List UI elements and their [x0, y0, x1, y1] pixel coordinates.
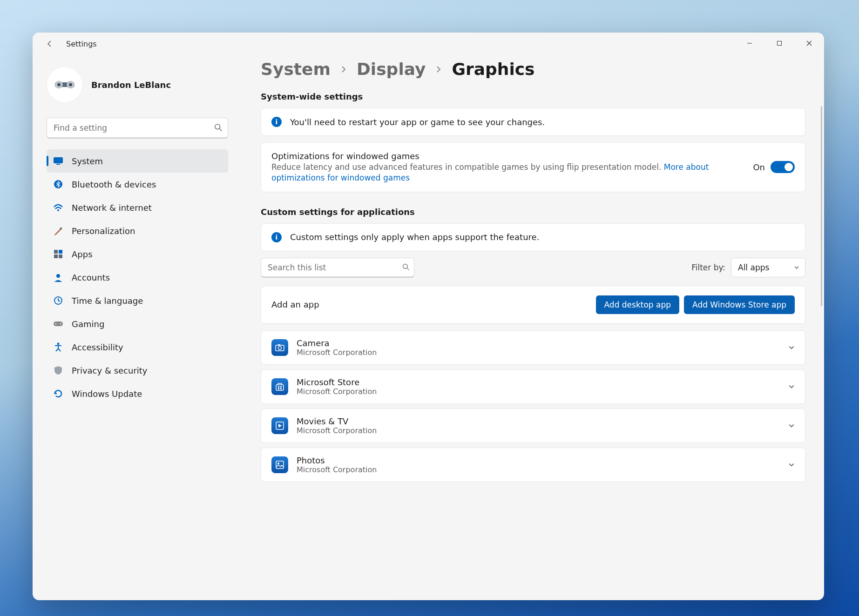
- maximize-button[interactable]: [764, 33, 794, 54]
- sidebar-item-label: Personalization: [72, 226, 135, 236]
- filter-selected: All apps: [738, 263, 769, 272]
- optimization-title: Optimizations for windowed games: [271, 151, 744, 161]
- sidebar-item-label: Windows Update: [72, 389, 142, 399]
- apps-icon: [53, 249, 63, 259]
- sidebar-item-label: Accessibility: [72, 342, 123, 352]
- find-setting-input[interactable]: [47, 118, 228, 138]
- scrollbar[interactable]: [821, 106, 822, 306]
- info-icon: i: [271, 232, 282, 242]
- svg-point-27: [278, 346, 282, 349]
- system-wide-label: System-wide settings: [261, 92, 805, 101]
- sidebar-item-privacy[interactable]: Privacy & security: [47, 359, 228, 382]
- svg-rect-1: [778, 41, 782, 46]
- add-app-card: Add an app Add desktop app Add Windows S…: [261, 286, 805, 324]
- breadcrumb-system[interactable]: System: [261, 60, 331, 79]
- app-row-photos[interactable]: Photos Microsoft Corporation: [261, 448, 805, 482]
- svg-point-7: [215, 124, 220, 129]
- svg-point-21: [55, 323, 56, 324]
- filter-dropdown[interactable]: All apps: [731, 258, 805, 277]
- shield-icon: [53, 365, 63, 375]
- app-publisher: Microsoft Corporation: [297, 348, 780, 357]
- filter-row: Filter by: All apps: [261, 258, 805, 277]
- sidebar-item-bluetooth[interactable]: Bluetooth & devices: [47, 173, 228, 196]
- svg-line-8: [220, 129, 222, 131]
- svg-rect-30: [278, 386, 279, 388]
- sidebar-item-apps[interactable]: Apps: [47, 242, 228, 266]
- svg-rect-14: [54, 250, 58, 254]
- sidebar-item-time-language[interactable]: Time & language: [47, 289, 228, 312]
- close-button[interactable]: [794, 33, 824, 54]
- movies-app-icon: [271, 417, 288, 434]
- sidebar: Brandon LeBlanc System Bluetooth & devic…: [33, 55, 237, 600]
- svg-rect-33: [280, 388, 282, 389]
- svg-rect-28: [278, 344, 280, 346]
- breadcrumb: System Display Graphics: [261, 60, 805, 79]
- app-list-search-input[interactable]: [261, 258, 414, 277]
- avatar: [47, 67, 83, 103]
- optimization-description: Reduce latency and use advanced features…: [271, 162, 744, 183]
- bluetooth-icon: [53, 179, 63, 189]
- sidebar-item-network[interactable]: Network & internet: [47, 196, 228, 219]
- sidebar-item-accounts[interactable]: Accounts: [47, 266, 228, 289]
- user-profile[interactable]: Brandon LeBlanc: [47, 67, 228, 103]
- svg-rect-29: [276, 385, 284, 390]
- time-language-icon: [53, 295, 63, 306]
- camera-app-icon: [271, 339, 288, 356]
- sidebar-item-gaming[interactable]: Gaming: [47, 312, 228, 335]
- personalization-icon: [53, 226, 63, 236]
- svg-point-24: [403, 264, 408, 268]
- minimize-button[interactable]: [735, 33, 764, 54]
- svg-rect-9: [54, 157, 63, 163]
- search-icon: [214, 123, 223, 132]
- chevron-down-icon: [794, 265, 799, 270]
- svg-point-18: [56, 274, 60, 278]
- sidebar-nav: System Bluetooth & devices Network & int…: [47, 149, 228, 405]
- sidebar-item-personalization[interactable]: Personalization: [47, 219, 228, 242]
- app-publisher: Microsoft Corporation: [297, 465, 780, 474]
- svg-point-6: [69, 83, 72, 87]
- app-list-search[interactable]: [261, 258, 414, 277]
- svg-rect-15: [59, 250, 62, 254]
- accounts-icon: [53, 272, 63, 282]
- sidebar-item-label: System: [72, 156, 103, 166]
- window-title: Settings: [66, 40, 97, 48]
- optimization-toggle[interactable]: [771, 161, 795, 173]
- sidebar-item-windows-update[interactable]: Windows Update: [47, 382, 228, 405]
- find-setting-search[interactable]: [47, 118, 228, 138]
- optimization-toggle-row: On: [753, 161, 795, 173]
- optimization-desc-text: Reduce latency and use advanced features…: [271, 162, 664, 172]
- network-icon: [53, 202, 63, 213]
- sidebar-item-label: Gaming: [72, 319, 104, 329]
- custom-settings-label: Custom settings for applications: [261, 207, 805, 217]
- svg-point-23: [57, 343, 60, 345]
- app-row-camera[interactable]: Camera Microsoft Corporation: [261, 330, 805, 365]
- sidebar-item-label: Time & language: [72, 296, 143, 306]
- sidebar-item-system[interactable]: System: [47, 149, 228, 173]
- system-icon: [53, 156, 63, 166]
- info-icon: i: [271, 117, 282, 127]
- accessibility-icon: [53, 342, 63, 352]
- titlebar: Settings: [33, 33, 824, 55]
- filter-by-label: Filter by:: [691, 263, 725, 272]
- custom-info-text: Custom settings only apply when apps sup…: [290, 232, 539, 242]
- app-row-microsoft-store[interactable]: Microsoft Store Microsoft Corporation: [261, 369, 805, 404]
- app-publisher: Microsoft Corporation: [297, 387, 780, 396]
- app-row-movies-tv[interactable]: Movies & TV Microsoft Corporation: [261, 408, 805, 443]
- sidebar-item-label: Privacy & security: [72, 366, 148, 375]
- back-button[interactable]: [46, 40, 54, 48]
- chevron-right-icon: [340, 66, 347, 73]
- sidebar-item-label: Apps: [72, 249, 93, 259]
- add-desktop-app-button[interactable]: Add desktop app: [596, 295, 680, 314]
- svg-rect-32: [278, 388, 279, 389]
- restart-info-card: i You'll need to restart your app or gam…: [261, 108, 805, 136]
- add-store-app-button[interactable]: Add Windows Store app: [684, 295, 795, 314]
- windows-update-icon: [53, 388, 63, 399]
- settings-window: Settings Brandon LeBlanc: [33, 33, 824, 600]
- svg-point-12: [57, 209, 59, 211]
- chevron-down-icon: [788, 422, 795, 429]
- breadcrumb-display[interactable]: Display: [357, 60, 426, 79]
- sidebar-item-accessibility[interactable]: Accessibility: [47, 335, 228, 359]
- app-name: Camera: [297, 338, 780, 348]
- chevron-right-icon: [435, 66, 442, 73]
- app-publisher: Microsoft Corporation: [297, 426, 780, 435]
